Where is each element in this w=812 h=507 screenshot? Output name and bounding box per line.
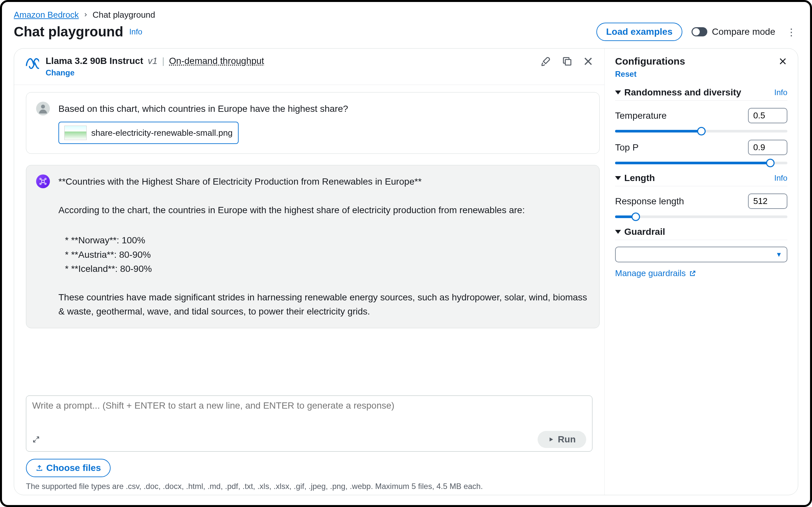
temperature-label: Temperature [615,111,667,121]
reset-link[interactable]: Reset [615,69,788,79]
model-name: Llama 3.2 90B Instruct [46,56,143,66]
user-avatar-icon [36,102,50,115]
svg-point-7 [40,183,41,184]
upload-icon [36,464,43,471]
breadcrumb: Amazon Bedrock Chat playground [14,10,798,20]
section-randomness[interactable]: Randomness and diversity Info [615,87,788,101]
info-link[interactable]: Info [774,173,788,183]
svg-marker-13 [549,438,553,441]
response-length-input[interactable] [748,193,788,209]
chevron-down-icon [615,91,621,95]
throughput-mode[interactable]: On-demand throughput [169,56,264,66]
temperature-slider[interactable] [615,130,788,132]
assistant-tail: These countries have made significant st… [58,290,590,319]
attachment-chip[interactable]: share-electricity-renewable-small.png [58,122,239,144]
load-examples-button[interactable]: Load examples [596,22,682,41]
expand-icon[interactable] [32,436,40,443]
section-length[interactable]: Length Info [615,173,788,186]
breadcrumb-root[interactable]: Amazon Bedrock [14,10,79,20]
top-p-label: Top P [615,142,639,153]
assistant-avatar-icon [36,174,50,188]
model-version: v1 [148,56,158,66]
svg-rect-0 [565,59,571,65]
guardrail-select[interactable]: ▼ [615,246,788,262]
run-button[interactable]: Run [538,431,586,448]
close-panel-icon[interactable] [778,57,788,66]
change-model-link[interactable]: Change [46,68,264,77]
meta-logo-icon [24,56,39,70]
caret-down-icon: ▼ [775,251,782,259]
svg-point-8 [45,183,46,184]
breadcrumb-current: Chat playground [93,10,155,20]
choose-files-button[interactable]: Choose files [26,459,111,477]
chevron-down-icon [615,176,621,180]
info-link[interactable]: Info [774,88,788,97]
top-p-slider[interactable] [615,162,788,164]
svg-point-5 [40,178,41,179]
section-guardrail[interactable]: Guardrail [615,227,788,240]
page-info-link[interactable]: Info [129,27,143,37]
svg-line-10 [44,179,45,180]
compare-mode-toggle[interactable] [692,27,707,37]
chevron-right-icon [83,10,89,20]
config-title: Configurations [615,56,685,67]
assistant-message: **Countries with the Highest Share of El… [26,165,600,328]
temperature-input[interactable] [748,108,788,123]
list-item: * **Iceland**: 80-90% [65,262,590,276]
response-length-slider[interactable] [615,216,788,218]
prompt-box: Run [26,395,593,452]
top-p-input[interactable] [748,140,788,155]
rocket-icon[interactable] [541,56,552,67]
user-message: Based on this chart, which countries in … [26,92,600,154]
copy-icon[interactable] [562,56,573,67]
svg-line-9 [41,179,42,180]
manage-guardrails-link[interactable]: Manage guardrails [615,268,788,278]
external-link-icon [689,270,696,277]
assistant-lead: According to the chart, the countries in… [58,203,590,217]
list-item: * **Norway**: 100% [65,233,590,247]
svg-point-6 [45,178,46,179]
user-message-text: Based on this chart, which countries in … [58,102,348,116]
page-title: Chat playground [14,24,123,40]
model-bar: Llama 3.2 90B Instruct v1 | On-demand th… [14,49,604,85]
attachment-thumb-icon [64,126,87,140]
more-actions-button[interactable]: ⋮ [784,24,798,40]
chevron-down-icon [615,230,621,234]
attachment-filename: share-electricity-renewable-small.png [91,126,233,139]
svg-line-12 [44,182,45,183]
prompt-input[interactable] [32,400,586,428]
svg-point-3 [41,105,45,109]
svg-line-11 [41,182,42,183]
assistant-heading: **Countries with the Highest Share of El… [58,174,590,188]
response-length-label: Response length [615,196,684,207]
close-icon[interactable] [582,56,594,67]
compare-mode-label: Compare mode [712,26,775,37]
play-icon [548,437,554,442]
file-hint: The supported file types are .csv, .doc,… [26,482,593,491]
list-item: * **Austria**: 80-90% [65,247,590,262]
